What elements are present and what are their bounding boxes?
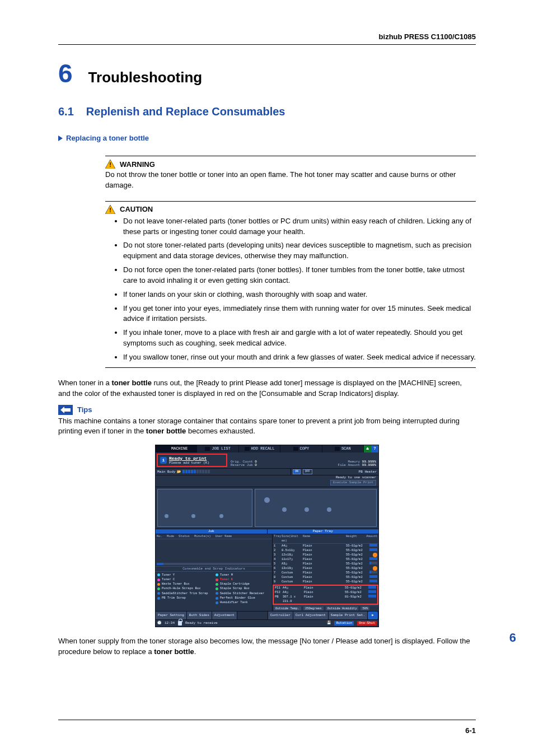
tray-row[interactable]: 28.5x11❏Plain55-61g/m2 — [273, 548, 378, 553]
lower-headers: Job Paper Tray — [156, 529, 378, 534]
amount-warn-icon — [373, 566, 377, 571]
machine-screen-figure: MACHINE JOB LIST HDD RECALL COPY SCAN ⏏ … — [58, 445, 476, 627]
svg-text:!: ! — [109, 161, 111, 168]
tray-weight: 55-61g/m2 — [346, 562, 367, 566]
sample-print-set-button[interactable]: Sample Print Set. — [329, 612, 368, 619]
status-dot-icon — [157, 587, 160, 590]
consumable-item: PB Trim Scrap — [157, 596, 212, 600]
job-list-header: No. Mode Status Minute(s) User Name — [156, 534, 272, 539]
text: This machine contains a toner storage co… — [58, 417, 460, 436]
consumable-item: Staple Cartridge — [216, 582, 270, 586]
amount-bar-icon — [369, 557, 377, 560]
tray-weight: 55-61g/m2 — [346, 571, 367, 575]
execute-sample-print-button[interactable]: Execute Sample Print — [330, 480, 376, 486]
col: Tray — [274, 534, 282, 543]
tab-copy[interactable]: COPY — [280, 445, 322, 452]
eco-button[interactable]: ⏏ — [364, 445, 371, 452]
consumable-item: Waste Toner Box — [157, 582, 212, 586]
tray-name: Plain — [303, 580, 346, 584]
consumable-name: Toner C — [162, 577, 175, 582]
job-header: Job — [156, 529, 267, 534]
caution-title: CAUTION — [120, 205, 153, 213]
tray-row[interactable]: 8CustomPlain55-61g/m2 — [273, 575, 378, 580]
tips-heading: Tips — [58, 405, 476, 415]
paper-tray-pane: Tray Size(Unit mm) Name Weight Amount 1A… — [273, 534, 378, 611]
machine-panel: MACHINE JOB LIST HDD RECALL COPY SCAN ⏏ … — [155, 445, 379, 627]
tray-row[interactable]: 411x17❏Plain55-61g/m2 — [273, 557, 378, 562]
consumable-item: Punch-Hole Scraps Box — [157, 586, 212, 591]
tray-row[interactable]: PB307.1 x 221.0Plain81-91g/m2 — [274, 595, 377, 604]
status-line1: Ready to print — [169, 456, 207, 461]
tray-row[interactable]: PI1A4❏Plain55-61g/m2 — [274, 586, 377, 590]
consumable-item: Toner C — [157, 577, 212, 582]
help-button[interactable]: ? — [371, 445, 378, 452]
tray-row[interactable]: PI2A4❏Plain55-61g/m2 — [274, 590, 377, 595]
tray-weight: 55-61g/m2 — [345, 586, 366, 590]
section-number: 6.1 — [58, 105, 74, 118]
consumable-item: Perfect Binder Glue — [216, 596, 270, 600]
heater-off-button[interactable]: OFF — [303, 469, 312, 474]
tray-name: Plain — [303, 553, 346, 557]
list-icon — [205, 447, 210, 451]
both-sides-button[interactable]: Both Sides — [187, 612, 212, 619]
text: . — [194, 647, 196, 656]
one-shot-indicator: One-Shot — [357, 621, 377, 626]
tray-row[interactable]: 7CustomPlain55-61g/m2 — [273, 571, 378, 575]
tray-size: 8.5x11❏ — [282, 548, 303, 553]
consumable-name: SaddleStitcher Trim Scrap — [162, 591, 208, 596]
chapter-heading: 6 Troubleshooting — [58, 60, 476, 86]
scanner-status: Ready to use scanner — [156, 475, 378, 480]
tray-amount — [367, 571, 377, 575]
tray-name: Plain — [303, 566, 346, 571]
amount-low-icon — [369, 571, 377, 573]
paper-setting-button[interactable]: Paper Setting — [156, 612, 187, 619]
list-item: If you inhale toner, move to a place wit… — [123, 328, 476, 349]
adjustment-button[interactable]: Adjustment — [212, 612, 237, 619]
environment-row: Outside Temp. 25Degrees Outside Humidity… — [273, 605, 378, 612]
job-progress-bar — [157, 563, 271, 565]
tray-row[interactable]: 9CustomPlain55-61g/m2 — [273, 580, 378, 584]
tray-number: PI1 — [275, 586, 283, 590]
tray-row[interactable]: 1A4❏Plain55-61g/m2 — [273, 544, 378, 548]
controller-button[interactable]: Controller — [268, 612, 293, 619]
consumable-name: PB Trim Scrap — [162, 596, 186, 600]
tab-hdd-recall[interactable]: HDD RECALL — [239, 445, 280, 452]
value: 0 — [255, 463, 257, 467]
tray-amount — [366, 590, 376, 595]
tray-row[interactable]: 312x18❏Plain55-61g/m2 — [273, 553, 378, 557]
amount-low-icon — [369, 562, 377, 564]
label: Reserve Job — [231, 463, 253, 467]
status-dot-icon — [157, 578, 160, 581]
tab-label: SCAN — [341, 447, 351, 451]
curl-adjustment-button[interactable]: Curl Adjustment — [293, 612, 329, 619]
tab-job-list[interactable]: JOB LIST — [197, 445, 238, 452]
tab-scan[interactable]: SCAN — [322, 445, 364, 452]
chapter-title: Troubleshooting — [88, 69, 203, 86]
amount-bar-icon — [369, 544, 377, 547]
text: When toner supply from the toner storage… — [58, 637, 470, 656]
gauge-icon: 📂 — [177, 470, 181, 474]
tray-amount — [367, 548, 377, 553]
caution-list: Do not leave toner-related parts (toner … — [105, 216, 476, 363]
tray-size: Custom — [282, 571, 303, 575]
paragraph: When toner in a toner bottle runs out, t… — [58, 378, 476, 399]
divider — [105, 156, 476, 156]
tray-size: 12x18❏ — [282, 553, 303, 557]
tray-name: Plain — [303, 571, 346, 575]
col: Mode — [167, 535, 174, 538]
tray-row[interactable]: 5A3❏Plain55-61g/m2 — [273, 562, 378, 566]
next-button[interactable]: ▶ — [368, 612, 378, 619]
top-tabs: MACHINE JOB LIST HDD RECALL COPY SCAN ⏏ … — [156, 445, 378, 452]
consumable-name: Toner Y — [162, 573, 175, 577]
status-dot-icon — [216, 578, 218, 581]
svg-marker-4 — [60, 407, 71, 413]
tray-size: 307.1 x 221.0 — [283, 595, 304, 604]
tray-row[interactable]: 613x19❏Plain55-61g/m2 — [273, 566, 378, 571]
tab-machine[interactable]: MACHINE — [156, 445, 197, 452]
heater-on-button[interactable]: ON — [293, 469, 301, 474]
status-dot-icon — [216, 573, 218, 576]
consumable-item: Toner M — [216, 573, 270, 577]
tray-weight: 55-61g/m2 — [346, 548, 367, 553]
warning-callout: ! WARNING Do not throw the toner bottle … — [105, 156, 476, 191]
tab-corner-buttons: ⏏ ? — [364, 445, 378, 452]
